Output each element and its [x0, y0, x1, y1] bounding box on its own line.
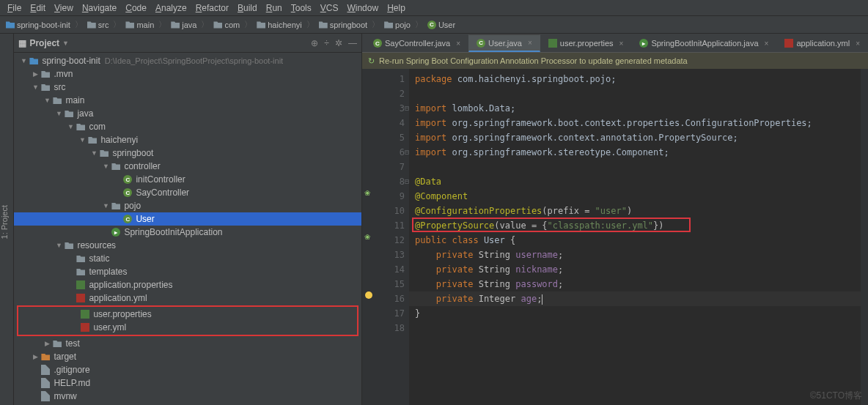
breadcrumb-pojo[interactable]: pojo [383, 20, 412, 30]
code-line-1[interactable]: package com.haichenyi.springboot.pojo; [409, 72, 861, 86]
tree-item-resources[interactable]: ▼resources [14, 239, 361, 252]
dropdown-icon: ▼ [62, 40, 69, 47]
menu-analyze[interactable]: Analyze [151, 1, 191, 15]
code-line-15[interactable]: private String password; [409, 277, 861, 291]
tree-item-saycontroller[interactable]: CSayController [14, 186, 361, 199]
menu-help[interactable]: Help [383, 1, 410, 15]
tree-item-spring-boot-init[interactable]: ▼spring-boot-initD:\Idea_Project\SpringB… [14, 54, 361, 67]
close-tab-icon[interactable]: × [856, 40, 860, 48]
tree-item-test[interactable]: ▶test [14, 337, 361, 350]
tree-item-initcontroller[interactable]: CinitController [14, 173, 361, 186]
breadcrumb-src[interactable]: src [86, 20, 111, 30]
editor-tab-springbootinitapplication-java[interactable]: ▸ SpringBootInitApplication.java× [631, 34, 776, 52]
tree-item-application-properties[interactable]: application.properties [14, 278, 361, 291]
menu-window[interactable]: Window [342, 1, 383, 15]
config-banner[interactable]: ↻ Re-run Spring Boot Configuration Annot… [362, 53, 868, 69]
editor-tab-user-properties[interactable]: user.properties× [540, 34, 632, 52]
editor-tabs: C SayController.java×C User.java× user.p… [362, 34, 868, 53]
tree-item-user[interactable]: CUser [14, 212, 361, 226]
code-line-8[interactable]: ⊟@Data [409, 174, 861, 189]
project-sidebar: ▦ Project ▼ ⊕ ÷ ✲ — ▼spring-boot-initD:\… [14, 34, 362, 405]
project-tree: ▼spring-boot-initD:\Idea_Project\SpringB… [14, 53, 361, 405]
line-gutter: 123456789101112131415161718 [377, 69, 409, 405]
editor-tab-user-java[interactable]: C User.java× [468, 34, 540, 52]
code-line-7[interactable] [409, 160, 861, 174]
breadcrumb: spring-boot-init〉src〉main〉java〉com〉haich… [0, 16, 868, 34]
close-tab-icon[interactable]: × [456, 40, 460, 48]
marker-strip [861, 69, 868, 405]
code-line-3[interactable]: ⊟import lombok.Data; [409, 101, 861, 116]
tree-item-java[interactable]: ▼java [14, 107, 361, 120]
select-opened-icon[interactable]: ⊕ [311, 38, 318, 48]
tree-item--gitignore[interactable]: .gitignore [14, 363, 361, 376]
breadcrumb-com[interactable]: com [212, 20, 241, 30]
editor-tab-saycontroller-java[interactable]: C SayController.java× [365, 34, 468, 52]
collapse-icon[interactable]: ÷ [324, 38, 329, 48]
code-line-13[interactable]: private String username; [409, 248, 861, 262]
breadcrumb-haichenyi[interactable]: haichenyi [255, 20, 303, 30]
watermark: ©51CTO博客 [810, 390, 862, 402]
code-line-5[interactable]: import org.springframework.context.annot… [409, 130, 861, 145]
menu-navigate[interactable]: Navigate [78, 1, 121, 15]
breadcrumb-user[interactable]: CUser [426, 20, 457, 30]
code-editor[interactable]: package com.haichenyi.springboot.pojo;⊟i… [409, 69, 861, 405]
code-line-12[interactable]: public class User { [409, 233, 861, 248]
menu-edit[interactable]: Edit [26, 1, 50, 15]
settings-icon[interactable]: ✲ [335, 38, 342, 48]
menu-file[interactable]: File [3, 1, 26, 15]
code-line-11[interactable]: @PropertySource(value = {"classpath:user… [409, 218, 861, 233]
menu-build[interactable]: Build [233, 1, 262, 15]
tree-item-application-yml[interactable]: application.yml [14, 291, 361, 305]
tree-item-user-properties[interactable]: user.properties [18, 308, 357, 321]
close-tab-icon[interactable]: × [765, 40, 769, 48]
tree-item-src[interactable]: ▼src [14, 81, 361, 94]
breadcrumb-spring-boot-init[interactable]: spring-boot-init [4, 20, 72, 30]
tree-item-main[interactable]: ▼main [14, 94, 361, 107]
code-line-9[interactable]: @Component [409, 189, 861, 204]
code-line-14[interactable]: private String nickname; [409, 262, 861, 277]
menu-bar: FileEditViewNavigateCodeAnalyzeRefactorB… [0, 0, 868, 16]
code-line-16[interactable]: private Integer age; [409, 291, 861, 306]
project-tool-tab[interactable]: 1: Project [0, 34, 14, 405]
menu-run[interactable]: Run [262, 1, 287, 15]
tree-item-controller[interactable]: ▼controller [14, 160, 361, 173]
code-line-10[interactable]: @ConfigurationProperties(prefix = "user"… [409, 204, 861, 218]
reload-icon: ↻ [368, 56, 375, 66]
tree-item-springbootinitapplication[interactable]: ▸SpringBootInitApplication [14, 226, 361, 239]
tree-item-pojo[interactable]: ▼pojo [14, 199, 361, 212]
tree-item-help-md[interactable]: HELP.md [14, 376, 361, 390]
hide-icon[interactable]: — [348, 38, 357, 48]
tree-item-static[interactable]: static [14, 252, 361, 265]
tree-item-mvnw[interactable]: mvnw [14, 390, 361, 403]
menu-view[interactable]: View [50, 1, 78, 15]
menu-refactor[interactable]: Refactor [191, 1, 233, 15]
tree-item-springboot[interactable]: ▼springboot [14, 146, 361, 160]
breadcrumb-main[interactable]: main [124, 20, 155, 30]
tree-item-haichenyi[interactable]: ▼haichenyi [14, 133, 361, 146]
menu-vcs[interactable]: VCS [316, 1, 343, 15]
tree-item-target[interactable]: ▶target [14, 350, 361, 363]
editor-tab-application-yml[interactable]: application.yml× [776, 34, 868, 52]
tree-item-templates[interactable]: templates [14, 265, 361, 278]
editor-pane: C SayController.java×C User.java× user.p… [362, 34, 868, 405]
breadcrumb-java[interactable]: java [169, 20, 198, 30]
close-tab-icon[interactable]: × [528, 39, 532, 47]
code-line-4[interactable]: import org.springframework.boot.context.… [409, 116, 861, 130]
code-line-2[interactable] [409, 86, 861, 101]
tree-item-com[interactable]: ▼com [14, 120, 361, 133]
highlighted-files: user.propertiesuser.yml [17, 305, 358, 336]
close-tab-icon[interactable]: × [619, 40, 624, 48]
code-line-17[interactable]: } [409, 306, 861, 321]
code-line-18[interactable] [409, 321, 861, 335]
menu-code[interactable]: Code [121, 1, 151, 15]
tree-item-user-yml[interactable]: user.yml [18, 321, 357, 334]
tree-item--mvn[interactable]: ▶.mvn [14, 67, 361, 81]
sidebar-title[interactable]: ▦ Project ▼ [18, 38, 69, 48]
project-icon: ▦ [18, 38, 26, 48]
breadcrumb-springboot[interactable]: springboot [317, 20, 369, 30]
menu-tools[interactable]: Tools [287, 1, 316, 15]
code-line-6[interactable]: ⊟import org.springframework.stereotype.C… [409, 145, 861, 160]
